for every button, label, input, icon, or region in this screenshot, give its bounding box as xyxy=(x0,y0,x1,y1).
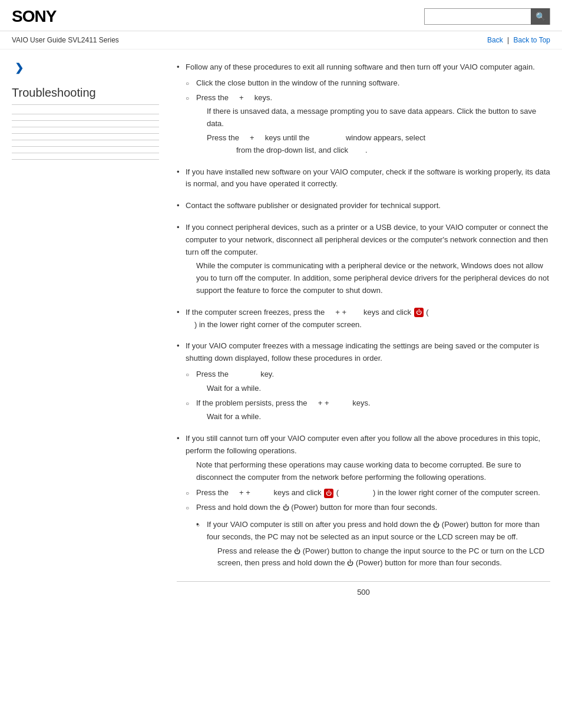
bullet3-text: Contact the software publisher or design… xyxy=(186,201,441,210)
list-item: If you have installed new software on yo… xyxy=(177,166,550,191)
sub-list-7: Press the + + keys and click ( ) in the … xyxy=(186,487,550,569)
sidebar-divider-8 xyxy=(12,159,159,160)
nested-note: Press and release the ⏻ (Power) button t… xyxy=(217,545,550,570)
power-icon-1 xyxy=(414,308,424,317)
nav-separator: | xyxy=(507,36,511,44)
list-item: If your VAIO computer freezes with a mes… xyxy=(177,340,550,423)
nav-bar: VAIO User Guide SVL2411 Series Back | Ba… xyxy=(0,31,562,50)
sub2-note2: Press the + keys until the window appear… xyxy=(207,132,550,157)
sidebar-divider-6 xyxy=(12,146,159,147)
search-input[interactable] xyxy=(425,10,531,23)
sidebar-divider-7 xyxy=(12,153,159,153)
search-box[interactable]: 🔍 xyxy=(424,8,550,25)
sidebar-title: Troubleshooting xyxy=(12,86,159,105)
bullet4-text: If you connect peripheral devices, such … xyxy=(186,223,548,256)
list-item: If you still cannot turn off your VAIO c… xyxy=(177,433,550,569)
list-item: • If your VAIO computer is still on afte… xyxy=(196,519,550,569)
back-link[interactable]: Back xyxy=(487,36,503,44)
bullet5-end: ) in the lower right corner of the compu… xyxy=(194,320,362,329)
bullet5-mid: keys and click xyxy=(363,308,411,317)
bullet6-sub1-note: Wait for a while. xyxy=(207,383,550,395)
list-item: If the problem persists, press the + + k… xyxy=(186,397,550,424)
bottom-divider xyxy=(177,581,550,582)
sidebar-divider-2 xyxy=(12,120,159,121)
header: SONY 🔍 xyxy=(0,0,562,31)
spacer xyxy=(341,488,371,497)
bullet5-keys: + + xyxy=(327,308,363,317)
list-item: Press the key. Wait for a while. xyxy=(186,368,550,395)
content: ❯ Troubleshooting Follow any of these pr… xyxy=(0,50,562,620)
sub2-prefix: Press the xyxy=(196,93,229,102)
main-content: Follow any of these procedures to exit a… xyxy=(171,61,550,608)
nav-links: Back | Back to Top xyxy=(487,36,550,44)
sub2-suffix: keys. xyxy=(254,93,272,102)
sub1-text: Click the close button in the window of … xyxy=(196,78,399,87)
bullet6-text: If your VAIO computer freezes with a mes… xyxy=(186,341,539,363)
guide-title: VAIO User Guide SVL2411 Series xyxy=(12,36,119,44)
search-icon: 🔍 xyxy=(535,12,546,21)
bullet5-prefix: If the computer screen freezes, press th… xyxy=(186,308,325,317)
sidebar-chevron: ❯ xyxy=(15,61,159,74)
list-item: Press the + + keys and click ( ) in the … xyxy=(186,487,550,499)
list-item: Press the + keys. If there is unsaved da… xyxy=(186,92,550,157)
list-item: If you connect peripheral devices, such … xyxy=(177,222,550,297)
sub2-keys: + xyxy=(231,93,254,102)
bullet6-sub2-note: Wait for a while. xyxy=(207,411,550,423)
bullet7-text: If you still cannot turn off your VAIO c… xyxy=(186,434,540,455)
back-to-top-link[interactable]: Back to Top xyxy=(514,36,550,44)
sony-logo: SONY xyxy=(12,7,56,26)
power-icon-2 xyxy=(324,489,333,498)
list-item: Follow any of these procedures to exit a… xyxy=(177,61,550,157)
bullet2-text: If you have installed new software on yo… xyxy=(186,167,550,189)
main-list: Follow any of these procedures to exit a… xyxy=(177,61,550,569)
bullet4-note: While the computer is communicating with… xyxy=(196,260,550,297)
bullet7-note: Note that performing these operations ma… xyxy=(196,459,550,484)
sidebar-divider-3 xyxy=(12,127,159,127)
list-item: If the computer screen freezes, press th… xyxy=(177,307,550,331)
nested-sub-list: • If your VAIO computer is still on afte… xyxy=(196,519,550,569)
power-sym-inline: ⏻ xyxy=(283,504,289,511)
search-button[interactable]: 🔍 xyxy=(531,8,550,25)
sub-list-6: Press the key. Wait for a while. If the … xyxy=(186,368,550,423)
bullet1-text: Follow any of these procedures to exit a… xyxy=(186,62,535,71)
sidebar-divider-1 xyxy=(12,114,159,114)
sidebar-divider-4 xyxy=(12,133,159,134)
bullet5-suffix: ( xyxy=(426,308,428,317)
list-item: Press and hold down the ⏻ (Power) button… xyxy=(186,502,550,569)
sidebar-divider-5 xyxy=(12,140,159,140)
sub2-note: If there is unsaved data, a message prom… xyxy=(207,106,550,130)
sub-list-1: Click the close button in the window of … xyxy=(186,77,550,157)
list-item: Contact the software publisher or design… xyxy=(177,200,550,212)
list-item: Click the close button in the window of … xyxy=(186,77,550,90)
sidebar: ❯ Troubleshooting xyxy=(12,61,171,608)
page-number: 500 xyxy=(177,588,550,608)
